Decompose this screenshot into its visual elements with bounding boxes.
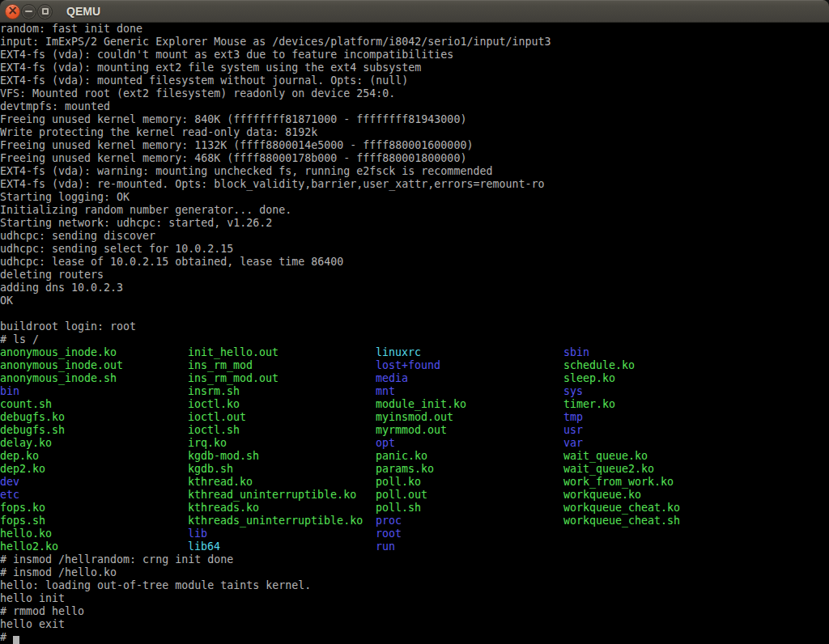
console-line xyxy=(0,307,829,320)
file-entry: poll.out xyxy=(376,489,563,502)
console-line: hello exit xyxy=(0,618,829,631)
minimize-button[interactable] xyxy=(21,4,36,19)
file-entry: kthreads_uninterruptible.ko xyxy=(188,515,376,527)
window-title: QEMU xyxy=(66,5,100,18)
file-entry: opt xyxy=(376,437,563,450)
ls-row: dep.kokgdb-mod.shpanic.kowait_queue.ko xyxy=(0,450,829,463)
file-entry: kgdb.sh xyxy=(188,463,376,476)
file-entry: kthread.ko xyxy=(188,476,376,489)
console-line: devtmpfs: mounted xyxy=(0,100,829,113)
file-entry: var xyxy=(563,437,751,450)
file-entry: work_from_work.ko xyxy=(563,476,751,489)
file-entry: fops.sh xyxy=(0,515,188,527)
file-entry: anonymous_inode.out xyxy=(0,359,188,372)
ls-row: hello2.kolib64run xyxy=(0,540,829,553)
console-line: hello: loading out-of-tree module taints… xyxy=(0,579,829,592)
file-entry: myrmmod.out xyxy=(376,424,563,437)
file-entry: ioctl.out xyxy=(188,411,376,424)
maximize-icon xyxy=(42,8,49,15)
console-line: VFS: Mounted root (ext2 filesystem) read… xyxy=(0,87,829,100)
console-line: buildroot login: root xyxy=(0,320,829,333)
ls-row: anonymous_inode.koinit_hello.outlinuxrcs… xyxy=(0,346,829,359)
console-line: EXT4-fs (vda): re-mounted. Opts: block_v… xyxy=(0,178,829,191)
file-entry: kthreads.ko xyxy=(188,502,376,515)
file-entry: poll.sh xyxy=(376,502,563,515)
window-titlebar: × QEMU xyxy=(0,0,829,23)
file-entry: count.sh xyxy=(0,398,188,411)
close-button[interactable]: × xyxy=(5,4,20,19)
console-line: Starting logging: OK xyxy=(0,191,829,204)
qemu-window: × QEMU random: fast init doneinput: ImEx… xyxy=(0,0,829,644)
console-line: udhcpc: sending discover xyxy=(0,230,829,243)
file-entry: debugfs.ko xyxy=(0,411,188,424)
file-entry: linuxrc xyxy=(376,346,563,359)
minimize-icon xyxy=(25,11,32,12)
file-entry: sys xyxy=(563,385,751,398)
file-entry: workqueue.ko xyxy=(563,489,751,502)
console-line: Freeing unused kernel memory: 1132K (fff… xyxy=(0,139,829,152)
file-entry: dep.ko xyxy=(0,450,188,463)
file-entry: kthread_uninterruptible.ko xyxy=(188,489,376,502)
ls-row: anonymous_inode.outins_rm_modlost+founds… xyxy=(0,359,829,372)
ls-row: dep2.kokgdb.shparams.kowait_queue2.ko xyxy=(0,463,829,476)
file-entry: usr xyxy=(563,424,751,437)
ls-row: anonymous_inode.shins_rm_mod.outmediasle… xyxy=(0,372,829,385)
file-entry: init_hello.out xyxy=(188,346,376,359)
console-line: # ls / xyxy=(0,333,829,346)
file-entry: insrm.sh xyxy=(188,385,376,398)
file-entry: irq.ko xyxy=(188,437,376,450)
ls-row: bininsrm.shmntsys xyxy=(0,385,829,398)
ls-row: etckthread_uninterruptible.kopoll.outwor… xyxy=(0,489,829,502)
file-entry: ins_rm_mod.out xyxy=(188,372,376,385)
file-entry: myinsmod.out xyxy=(376,411,563,424)
file-entry: bin xyxy=(0,385,188,398)
console-line: Initializing random number generator... … xyxy=(0,204,829,217)
file-entry: ioctl.sh xyxy=(188,424,376,437)
console-line: hello init xyxy=(0,592,829,605)
file-entry: workqueue_cheat.sh xyxy=(563,515,751,527)
console-line: EXT4-fs (vda): couldn't mount as ext3 du… xyxy=(0,49,829,61)
file-entry: lost+found xyxy=(376,359,563,372)
console-line: # insmod /hellrandom: crng init done xyxy=(0,553,829,566)
file-entry: proc xyxy=(376,515,563,527)
ls-row: debugfs.koioctl.outmyinsmod.outtmp xyxy=(0,411,829,424)
console-line: # insmod /hello.ko xyxy=(0,566,829,579)
file-entry: anonymous_inode.ko xyxy=(0,346,188,359)
console-line: Write protecting the kernel read-only da… xyxy=(0,126,829,139)
file-entry: etc xyxy=(0,489,188,502)
file-entry: wait_queue.ko xyxy=(563,450,751,463)
file-entry: ins_rm_mod xyxy=(188,359,376,372)
ls-row: hello.kolibroot xyxy=(0,527,829,540)
console-line: OK xyxy=(0,294,829,307)
file-entry: poll.ko xyxy=(376,476,563,489)
file-entry: lib xyxy=(188,527,376,540)
console-line: adding dns 10.0.2.3 xyxy=(0,282,829,294)
file-entry: dep2.ko xyxy=(0,463,188,476)
file-entry: debugfs.sh xyxy=(0,424,188,437)
ls-row: debugfs.shioctl.shmyrmmod.outusr xyxy=(0,424,829,437)
console-line: Freeing unused kernel memory: 840K (ffff… xyxy=(0,113,829,126)
file-entry: dev xyxy=(0,476,188,489)
file-entry: sbin xyxy=(563,346,751,359)
console-line: Freeing unused kernel memory: 468K (ffff… xyxy=(0,152,829,165)
console-line: input: ImExPS/2 Generic Explorer Mouse a… xyxy=(0,36,829,49)
file-entry: media xyxy=(376,372,563,385)
file-entry: root xyxy=(376,527,563,540)
console-line: deleting routers xyxy=(0,269,829,282)
maximize-button[interactable] xyxy=(37,4,53,19)
file-entry: mnt xyxy=(376,385,563,398)
console-line: EXT4-fs (vda): mounting ext2 file system… xyxy=(0,61,829,74)
ls-row: devkthread.kopoll.kowork_from_work.ko xyxy=(0,476,829,489)
terminal-console[interactable]: random: fast init doneinput: ImExPS/2 Ge… xyxy=(0,23,829,644)
file-entry: panic.ko xyxy=(376,450,563,463)
ls-row: count.shioctl.komodule_init.kotimer.ko xyxy=(0,398,829,411)
file-entry: hello.ko xyxy=(0,527,188,540)
file-entry: sleep.ko xyxy=(563,372,751,385)
file-entry: ioctl.ko xyxy=(188,398,376,411)
ls-row: fops.kokthreads.kopoll.shworkqueue_cheat… xyxy=(0,502,829,515)
file-entry: run xyxy=(376,540,563,553)
ls-row: fops.shkthreads_uninterruptible.koprocwo… xyxy=(0,515,829,527)
file-entry: timer.ko xyxy=(563,398,751,411)
file-entry: anonymous_inode.sh xyxy=(0,372,188,385)
close-icon: × xyxy=(7,5,18,17)
